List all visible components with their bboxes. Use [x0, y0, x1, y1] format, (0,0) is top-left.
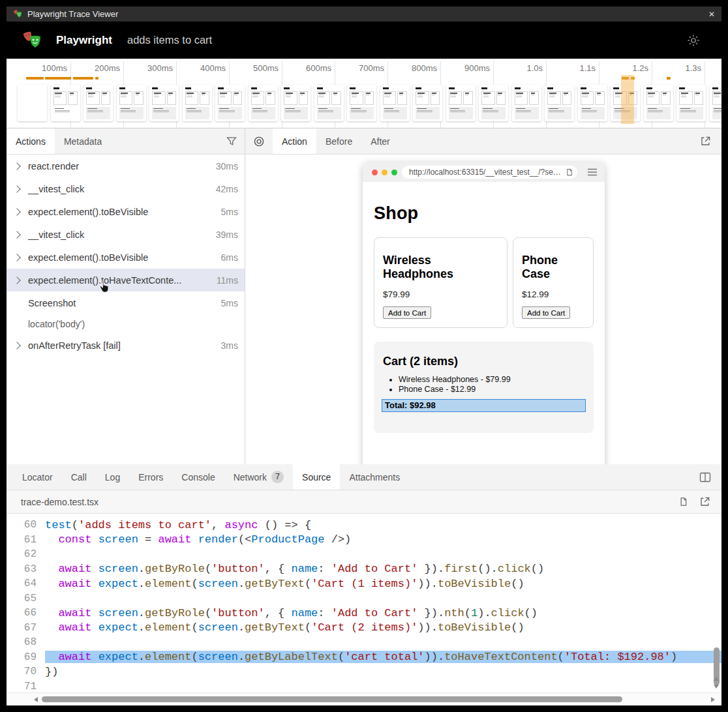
film-strip-thumbnail[interactable] [710, 85, 722, 121]
film-strip-thumbnail[interactable] [149, 85, 179, 121]
tab-after[interactable]: After [361, 128, 399, 154]
code-text: await expect.element(screen.getByText('C… [45, 621, 721, 634]
add-to-cart-button[interactable]: Add to Cart [522, 306, 570, 319]
film-strip-thumbnail[interactable] [183, 85, 212, 121]
chevron-right-icon[interactable] [13, 162, 20, 170]
action-row-vitest-click[interactable]: __vitest_click42ms [7, 177, 245, 200]
action-row-onafterretrytask-fail[interactable]: onAfterRetryTask [fail]3ms [7, 334, 245, 357]
action-duration: 5ms [221, 207, 238, 217]
tab-network[interactable]: Network7 [224, 464, 293, 490]
code-line-68[interactable]: 68 [7, 635, 721, 650]
film-strip-thumbnail[interactable] [413, 85, 442, 121]
source-code-view[interactable]: 60test('adds items to cart', async () =>… [7, 514, 721, 692]
film-strip-thumbnail[interactable] [676, 85, 706, 121]
horizontal-scrollbar-thumb[interactable] [42, 696, 622, 702]
code-line-61[interactable]: 61 const screen = await render(<ProductP… [7, 533, 721, 548]
code-line-63[interactable]: 63 await screen.getByRole('button', { na… [7, 562, 721, 577]
snapshot-view: http://localhost:63315/__vitest_test__/?… [245, 155, 721, 464]
code-line-66[interactable]: 66 await screen.getByRole('button', { na… [7, 606, 721, 621]
film-strip-thumbnail[interactable] [51, 85, 80, 121]
film-strip-thumbnail[interactable] [83, 85, 113, 121]
film-strip-thumbnail[interactable] [545, 85, 574, 121]
split-columns-icon[interactable] [691, 464, 721, 490]
gear-icon[interactable] [686, 33, 701, 48]
open-source-external-icon[interactable] [693, 496, 716, 507]
tab-source[interactable]: Source [293, 464, 340, 490]
timeline[interactable]: 100ms200ms300ms400ms500ms600ms700ms800ms… [7, 59, 721, 128]
action-title: react.render [28, 161, 211, 171]
code-line-60[interactable]: 60test('adds items to cart', async () =>… [7, 518, 721, 533]
product-name: Phone Case [522, 254, 584, 281]
open-external-icon[interactable] [692, 128, 721, 154]
close-icon[interactable]: ✕ [708, 10, 715, 19]
chevron-right-icon[interactable] [13, 342, 20, 349]
action-row-screenshot[interactable]: Screenshot5ms [7, 291, 245, 314]
tab-attachments[interactable]: Attachments [340, 464, 409, 490]
film-strip-thumbnail[interactable] [347, 85, 376, 121]
film-strip-thumbnail[interactable] [215, 85, 245, 121]
tab-errors[interactable]: Errors [129, 464, 172, 490]
chevron-right-icon[interactable] [13, 208, 20, 215]
tab-label: After [371, 136, 390, 147]
product-cards: Wireless Headphones$79.99Add to CartPhon… [374, 237, 594, 328]
traffic-light-green [391, 170, 397, 175]
code-line-71[interactable]: 71 [7, 679, 721, 693]
pick-locator-target-icon[interactable] [245, 128, 273, 154]
film-strip-thumbnail[interactable] [512, 85, 541, 121]
tabbar-spacer [111, 128, 219, 154]
film-strip-thumbnail[interactable] [644, 85, 673, 121]
scroll-left-arrow[interactable] [34, 697, 38, 702]
film-strip-thumbnail[interactable] [380, 85, 410, 121]
code-line-67[interactable]: 67 await expect.element(screen.getByText… [7, 621, 721, 636]
action-row-react-render[interactable]: react.render30ms [7, 155, 245, 177]
scroll-up-arrow[interactable] [714, 677, 719, 681]
film-strip-thumbnail[interactable] [578, 85, 607, 121]
film-strip-thumbnail[interactable] [479, 85, 508, 121]
film-strip-thumbnail[interactable] [249, 85, 278, 121]
tab-log[interactable]: Log [96, 464, 129, 490]
action-row-vitest-click[interactable]: __vitest_click39ms [7, 223, 245, 246]
product-price: $79.99 [383, 289, 498, 299]
code-line-65[interactable]: 65 [7, 591, 721, 606]
film-strip-thumbnail[interactable] [18, 85, 47, 121]
action-row-expect-element-tobevisible[interactable]: expect.element().toBeVisible5ms [7, 200, 245, 223]
code-text: await screen.getByRole('button', { name:… [45, 607, 721, 619]
code-line-69[interactable]: 69 await expect.element(screen.getByLabe… [7, 650, 721, 665]
tab-call[interactable]: Call [62, 464, 96, 490]
code-line-62[interactable]: 62 [7, 547, 721, 562]
hamburger-menu-icon[interactable] [587, 168, 598, 176]
add-to-cart-button[interactable]: Add to Cart [383, 306, 431, 319]
timeline-tick-label: 200ms [95, 63, 120, 73]
tab-locator[interactable]: Locator [13, 464, 62, 490]
timeline-action-bar [667, 77, 671, 80]
tabbar-pad [7, 464, 13, 490]
chevron-right-icon[interactable] [13, 276, 20, 284]
code-line-70[interactable]: 70}) [7, 664, 721, 679]
tab-before[interactable]: Before [316, 128, 361, 154]
copy-url-icon[interactable] [565, 168, 573, 177]
filter-icon[interactable] [219, 128, 245, 154]
action-row-expect-element-tohavetextconte[interactable]: expect.element().toHaveTextConte...11ms [7, 269, 245, 291]
action-row-expect-element-tobevisible[interactable]: expect.element().toBeVisible6ms [7, 246, 245, 269]
tab-console[interactable]: Console [172, 464, 224, 490]
tab-metadata[interactable]: Metadata [55, 128, 111, 154]
scroll-down-arrow[interactable] [714, 685, 719, 689]
scroll-right-arrow[interactable] [711, 697, 715, 702]
code-line-64[interactable]: 64 await expect.element(screen.getByText… [7, 576, 721, 591]
film-strip-thumbnail[interactable] [446, 85, 476, 121]
chevron-right-icon[interactable] [13, 231, 20, 238]
film-strip-thumbnail[interactable] [281, 85, 311, 121]
chevron-right-icon[interactable] [13, 254, 20, 261]
horizontal-scrollbar[interactable] [7, 692, 721, 705]
chevron-right-icon[interactable] [13, 185, 20, 192]
address-bar[interactable]: http://localhost:63315/__vitest_test__/?… [402, 166, 577, 179]
window-title: Playwright Trace Viewer [27, 9, 708, 19]
copy-source-icon[interactable] [672, 497, 693, 507]
tab-actions[interactable]: Actions [7, 128, 55, 154]
title-bar: Playwright Trace Viewer ✕ [7, 7, 721, 22]
tab-action[interactable]: Action [273, 128, 316, 154]
film-strip-thumbnail[interactable] [314, 85, 344, 121]
network-count-badge: 7 [271, 471, 284, 483]
film-strip-thumbnail[interactable] [117, 85, 146, 121]
tab-label: Action [282, 136, 307, 147]
